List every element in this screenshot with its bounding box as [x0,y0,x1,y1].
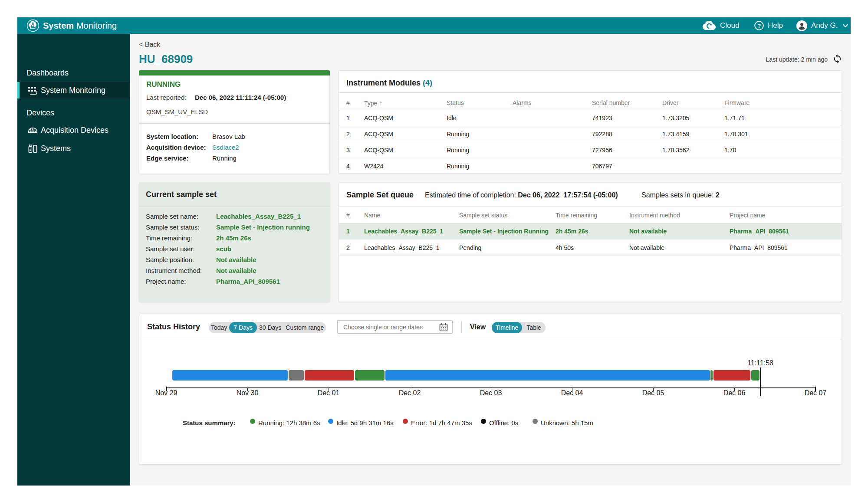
svg-text:?: ? [757,23,761,29]
